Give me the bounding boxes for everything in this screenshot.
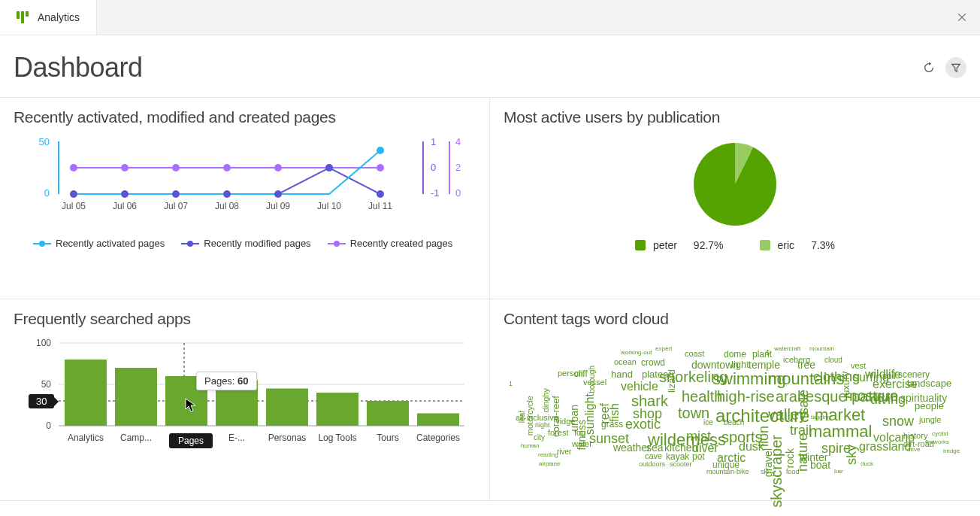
y-marker-label: 30 [29,394,54,408]
cloud-word[interactable]: food [786,469,800,475]
svg-point-17 [377,164,384,171]
cloud-word[interactable]: shop [633,407,662,420]
cloud-word[interactable]: vehicle [621,381,658,393]
cloud-word[interactable]: crowd [641,358,665,367]
cloud-word[interactable]: grass [601,420,623,429]
cloud-word[interactable]: sale [797,390,810,414]
cloud-word[interactable]: tagging [811,414,830,420]
pie-legend-peter[interactable]: peter 92.7% [635,239,724,251]
cloud-word[interactable]: river [557,448,571,456]
filter-icon [951,62,961,73]
cloud-word[interactable]: health [682,389,723,404]
refresh-button[interactable] [918,57,939,78]
cloud-word[interactable]: luxury [841,372,851,398]
filter-button[interactable] [945,57,966,78]
svg-text:Log Tools: Log Tools [318,433,356,443]
legend-activated[interactable]: Recently activated pages [33,238,165,249]
cloud-word[interactable]: cyclist [932,431,948,437]
svg-point-25 [377,147,384,154]
cloud-word[interactable]: high-rise [717,389,775,404]
cloud-word[interactable]: ice [703,419,713,426]
svg-text:1: 1 [431,136,436,147]
pie-legend-eric[interactable]: eric 7.3% [760,239,835,251]
cloud-word[interactable]: trail [790,423,812,437]
cloud-word[interactable]: bridge [943,448,960,454]
cloud-word[interactable]: forest [548,429,569,437]
legend-modified[interactable]: Recently modified pages [181,238,310,249]
cloud-word[interactable]: mountain-bike [706,469,749,475]
line-chart-legend: Recently activated pages Recently modifi… [14,238,476,249]
svg-rect-46 [316,393,358,426]
svg-text:-1: -1 [431,187,440,199]
cloud-word[interactable]: fireworks [925,439,949,445]
cloud-word[interactable]: pot [692,452,705,461]
cloud-word[interactable]: expert [655,346,672,352]
cloud-word[interactable]: dinghy [542,388,550,412]
svg-point-12 [121,164,129,171]
panel-searched-apps: Frequently searched apps 100 50 0 [0,299,490,501]
svg-text:Jul 10: Jul 10 [317,201,341,211]
cloud-word[interactable]: 1 [509,381,513,387]
cloud-word[interactable]: ocean [614,358,637,366]
cloud-word[interactable]: person [558,369,583,378]
pie-graphic [694,143,776,226]
cloud-word[interactable]: scooter [670,461,692,468]
cloud-word[interactable]: leaf [519,411,526,423]
panel-active-users: Most active users by publication peter 9… [490,98,980,299]
cloud-word[interactable]: city [534,434,545,442]
close-icon [957,12,967,23]
panel-title: Frequently searched apps [14,310,476,328]
tab-analytics[interactable]: Analytics [0,0,97,35]
cloud-word[interactable]: fog [574,429,585,437]
bar-chart[interactable]: 100 50 0 Analytics Camp... E-... [14,335,472,460]
cloud-word[interactable]: watercraft [774,346,800,352]
cloud-word[interactable]: mountain [809,346,834,352]
cloud-word[interactable]: soil [882,372,896,381]
cloud-word[interactable]: dome [724,350,746,359]
cloud-word[interactable]: people [915,401,944,411]
cloud-word[interactable]: working-out [621,350,652,356]
cloud-word[interactable]: ski [761,469,769,475]
svg-point-15 [274,164,282,171]
cloud-word[interactable]: jungle [919,416,941,424]
cloud-word[interactable]: snow [882,414,914,428]
cloud-word[interactable]: hand [611,369,633,379]
panel-word-cloud: Content tags word cloud architecturewild… [490,299,980,501]
cloud-word[interactable]: beach [724,419,744,426]
cloud-word[interactable]: ridge [557,417,575,426]
cloud-word[interactable]: sky [845,445,858,465]
cloud-word[interactable]: bar [834,469,843,475]
cloud-word[interactable]: reading [538,452,558,458]
cloud-word[interactable]: mammal [809,423,872,440]
line-chart[interactable]: 50 0 1 0 -1 4 2 0 [14,134,464,232]
close-button[interactable] [953,8,971,26]
word-cloud[interactable]: architecturewildernessswimmingmountainss… [504,335,962,478]
cloud-word[interactable]: duck [861,461,873,467]
cloud-word[interactable]: coast [685,350,704,358]
cloud-word[interactable]: $ [766,350,770,357]
svg-text:Personas: Personas [268,433,307,443]
svg-point-18 [70,190,77,198]
active-category-tag: Pages [169,433,213,448]
cloud-word[interactable]: cloud [824,357,842,364]
legend-created[interactable]: Recently created pages [328,238,453,249]
cloud-word[interactable]: night [535,422,550,429]
cloud-word[interactable]: light [731,360,749,369]
cloud-word[interactable]: cave [645,452,662,460]
cloud-word[interactable]: iceberg [783,356,810,364]
panel-title: Recently activated, modified and created… [14,108,476,126]
cloud-word[interactable]: borough [588,366,596,393]
cloud-word[interactable]: human [521,443,539,449]
cloud-word[interactable]: temple [749,360,780,370]
pie-chart[interactable]: peter 92.7% eric 7.3% [504,134,966,251]
cloud-word[interactable]: scenery [898,370,930,379]
cloud-word[interactable]: outdoors [639,461,665,468]
cloud-word[interactable]: drive [907,447,920,453]
svg-text:Categories: Categories [416,433,460,443]
cloud-word[interactable]: airplane [539,461,560,467]
cloud-word[interactable]: water [572,440,592,448]
cloud-word[interactable]: plateau [642,369,674,379]
cloud-word[interactable]: vest [851,362,866,370]
cloud-word[interactable]: boat [810,460,830,470]
cloud-word[interactable]: rock [785,448,795,468]
